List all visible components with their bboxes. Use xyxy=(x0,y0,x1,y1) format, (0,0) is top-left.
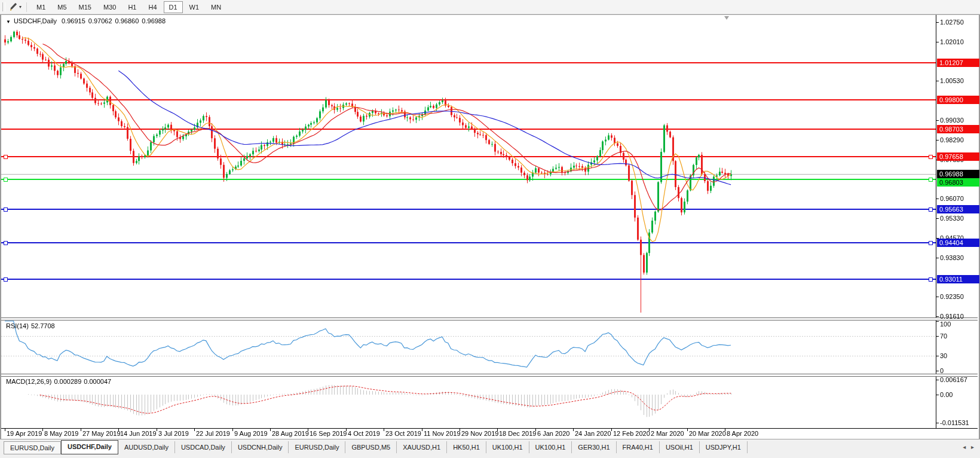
chart-tab-usdcnh-daily[interactable]: USDCNH,Daily xyxy=(232,441,289,453)
chart-canvas[interactable] xyxy=(0,0,980,458)
pencil-icon xyxy=(10,2,18,12)
chart-tab-gbpusd-m5[interactable]: GBPUSD,M5 xyxy=(345,441,397,453)
chart-tab-uk100-h1[interactable]: UK100,H1 xyxy=(486,441,529,453)
chart-tab-uk100-h1[interactable]: UK100,H1 xyxy=(529,441,572,453)
mt4-terminal: { "icons": { "chart_menu": "▼", "toolbar… xyxy=(0,0,980,458)
timeframe-button-d1[interactable]: D1 xyxy=(164,1,183,13)
tab-scroll-arrows: ◂ ▸ xyxy=(959,444,974,450)
chart-tab-eurusd-daily[interactable]: EURUSD,Daily xyxy=(4,441,61,454)
timeframe-button-mn[interactable]: MN xyxy=(206,1,226,13)
timeframe-button-m1[interactable]: M1 xyxy=(31,1,51,13)
chart-tab-usdcad-daily[interactable]: USDCAD,Daily xyxy=(175,441,232,453)
toolbar-separator xyxy=(26,2,27,12)
chart-tab-usdchf-daily[interactable]: USDCHF,Daily xyxy=(61,440,118,454)
tab-scroll-left-icon[interactable]: ◂ xyxy=(963,444,966,450)
chart-tab-eurusd-daily[interactable]: EURUSD,Daily xyxy=(289,441,345,453)
chart-tab-xauusd-h1[interactable]: XAUUSD,H1 xyxy=(397,441,447,453)
timeframe-button-m15[interactable]: M15 xyxy=(74,1,97,13)
chart-tab-ger30-h1[interactable]: GER30,H1 xyxy=(572,441,616,453)
chart-tab-usoil-h1[interactable]: USOil,H1 xyxy=(660,441,700,453)
tab-scroll-right-icon[interactable]: ▸ xyxy=(971,444,974,450)
timeframe-button-h1[interactable]: H1 xyxy=(122,1,142,13)
timeframe-button-w1[interactable]: W1 xyxy=(184,1,205,13)
drawing-tool-button[interactable]: ▾ xyxy=(8,1,23,13)
chart-tabs: EURUSD,DailyUSDCHF,DailyAUDUSD,DailyUSDC… xyxy=(4,439,748,454)
chart-tab-usdjpy-h1[interactable]: USDJPY,H1 xyxy=(700,441,748,453)
toolbar: ▾ M1M5M15M30H1H4D1W1MN xyxy=(0,0,980,14)
timeframe-button-h4[interactable]: H4 xyxy=(143,1,162,13)
toolbar-grip[interactable] xyxy=(2,2,5,11)
chart-tab-bar: EURUSD,DailyUSDCHF,DailyAUDUSD,DailyUSDC… xyxy=(0,439,980,458)
chart-tab-fra40-h1[interactable]: FRA40,H1 xyxy=(617,441,660,453)
chart-tab-audusd-daily[interactable]: AUDUSD,Daily xyxy=(118,441,175,453)
timeframe-buttons: M1M5M15M30H1H4D1W1MN xyxy=(30,1,227,13)
timeframe-button-m5[interactable]: M5 xyxy=(52,1,72,13)
timeframe-button-m30[interactable]: M30 xyxy=(98,1,121,13)
chart-tab-hk50-h1[interactable]: HK50,H1 xyxy=(447,441,486,453)
chevron-down-icon[interactable]: ▾ xyxy=(19,4,22,10)
